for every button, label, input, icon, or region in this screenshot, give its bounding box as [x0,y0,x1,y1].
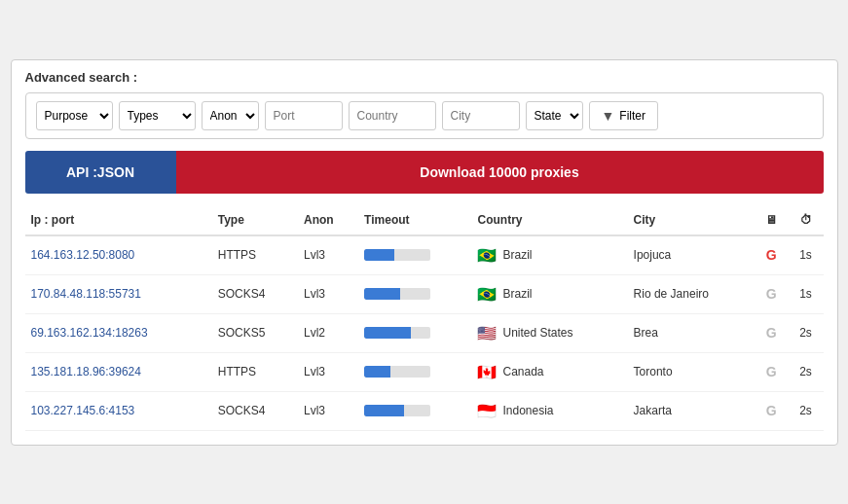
table-row: 135.181.18.96:39624 HTTPS Lvl3 🇨🇦 Canada… [25,352,824,391]
type-cell: HTTPS [212,352,298,391]
api-json-button[interactable]: API :JSON [25,151,176,194]
col-header-anon: Anon [298,205,358,235]
proxy-table: Ip : port Type Anon Timeout Country City… [25,205,824,431]
city-cell: Ipojuca [628,235,755,275]
ip-port-cell: 69.163.162.134:18263 [25,313,212,352]
ip-port-cell: 164.163.12.50:8080 [25,235,212,275]
filter-button[interactable]: ▼ Filter [589,101,659,130]
country-name: Brazil [502,248,532,262]
type-cell: SOCKS4 [212,274,298,313]
table-row: 103.227.145.6:4153 SOCKS4 Lvl3 🇮🇩 Indone… [25,391,824,430]
timeout-cell [358,313,471,352]
anon-cell: Lvl2 [298,313,358,352]
advanced-search-label: Advanced search : [25,70,824,85]
progress-bar-fill [364,288,400,300]
google-icon[interactable]: G [766,403,777,418]
progress-bar [364,288,430,300]
filter-row: Purpose HTTP HTTPS SOCKS4 SOCKS5 Types H… [25,92,824,139]
country-cell: 🇮🇩 Indonesia [471,391,627,430]
country-cell: 🇧🇷 Brazil [471,274,627,313]
main-container: Advanced search : Purpose HTTP HTTPS SOC… [11,59,838,446]
ip-port-cell: 170.84.48.118:55731 [25,274,212,313]
country-flag: 🇨🇦 [477,363,497,381]
progress-bar-fill [364,249,394,261]
filter-label: Filter [619,109,645,123]
type-cell: SOCKS5 [212,313,298,352]
google-cell[interactable]: G [755,235,789,275]
col-header-country: Country [471,205,627,235]
col-header-type: Type [212,205,298,235]
port-input[interactable] [265,101,343,130]
timeout-cell [358,391,471,430]
anon-cell: Lvl3 [298,352,358,391]
country-cell: 🇧🇷 Brazil [471,235,627,275]
timeout-cell [358,352,471,391]
progress-bar [364,327,430,339]
time-cell: 2s [789,352,824,391]
city-cell: Rio de Janeiro [628,274,755,313]
country-name: Canada [502,365,543,378]
google-icon[interactable]: G [766,247,777,263]
clock-icon: ⏱ [800,213,812,227]
google-cell[interactable]: G [755,352,789,391]
table-header-row: Ip : port Type Anon Timeout Country City… [25,205,824,235]
proxy-table-container: Ip : port Type Anon Timeout Country City… [25,205,824,431]
country-input[interactable] [349,101,436,130]
table-row: 69.163.162.134:18263 SOCKS5 Lvl2 🇺🇸 Unit… [25,313,824,352]
google-cell[interactable]: G [755,313,789,352]
time-cell: 2s [789,391,824,430]
filter-icon: ▼ [602,108,615,124]
time-cell: 2s [789,313,824,352]
google-icon[interactable]: G [766,325,777,341]
col-header-clock: ⏱ [789,205,824,235]
col-header-city: City [628,205,755,235]
progress-bar [364,366,430,378]
city-cell: Toronto [628,352,755,391]
time-cell: 1s [789,235,824,275]
monitor-icon: 🖥 [765,213,777,227]
col-header-timeout: Timeout [358,205,471,235]
purpose-select[interactable]: Purpose HTTP HTTPS SOCKS4 SOCKS5 [36,101,113,130]
country-cell: 🇺🇸 United States [471,313,627,352]
google-cell[interactable]: G [755,274,789,313]
time-cell: 1s [789,274,824,313]
progress-bar [364,249,430,261]
state-select[interactable]: State CA NY TX [526,101,583,130]
table-row: 170.84.48.118:55731 SOCKS4 Lvl3 🇧🇷 Brazi… [25,274,824,313]
google-cell[interactable]: G [755,391,789,430]
anon-cell: Lvl3 [298,274,358,313]
anon-select[interactable]: Anon Lvl1 Lvl2 Lvl3 [202,101,259,130]
type-cell: SOCKS4 [212,391,298,430]
timeout-cell [358,274,471,313]
country-name: United States [502,326,572,340]
city-input[interactable] [442,101,520,130]
country-name: Indonesia [502,404,553,417]
progress-bar-fill [364,366,390,378]
anon-cell: Lvl3 [298,391,358,430]
ip-port-cell: 103.227.145.6:4153 [25,391,212,430]
download-button[interactable]: Download 10000 proxies [176,151,824,194]
city-cell: Jakarta [628,391,755,430]
timeout-cell [358,235,471,275]
types-select[interactable]: Types HTTP HTTPS SOCKS4 SOCKS5 [119,101,196,130]
city-cell: Brea [628,313,755,352]
google-icon[interactable]: G [766,286,777,302]
anon-cell: Lvl3 [298,235,358,275]
country-flag: 🇧🇷 [477,246,497,265]
progress-bar-fill [364,405,404,416]
country-flag: 🇺🇸 [477,324,497,342]
country-cell: 🇨🇦 Canada [471,352,627,391]
type-cell: HTTPS [212,235,298,275]
country-flag: 🇮🇩 [477,402,497,420]
country-flag: 🇧🇷 [477,285,497,304]
progress-bar [364,405,430,416]
action-bar: API :JSON Download 10000 proxies [25,151,824,194]
ip-port-cell: 135.181.18.96:39624 [25,352,212,391]
table-row: 164.163.12.50:8080 HTTPS Lvl3 🇧🇷 Brazil … [25,235,824,275]
country-name: Brazil [502,287,532,301]
google-icon[interactable]: G [766,364,777,379]
col-header-ip: Ip : port [25,205,212,235]
col-header-monitor: 🖥 [755,205,789,235]
progress-bar-fill [364,327,411,339]
